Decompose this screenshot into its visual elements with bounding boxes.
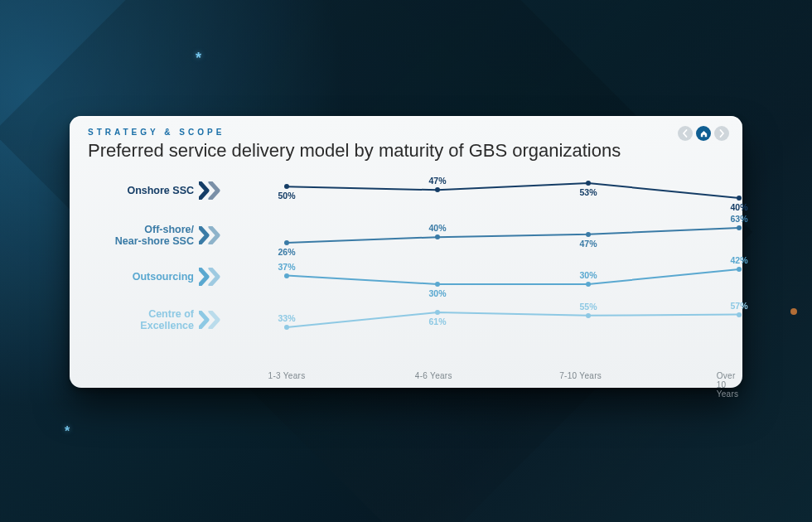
data-point-label: 26% [278, 247, 295, 257]
double-chevron-icon [199, 311, 224, 329]
data-point-label: 53% [579, 187, 597, 197]
data-point-label: 37% [278, 262, 295, 272]
double-chevron-icon [199, 268, 224, 286]
data-point: 50% [284, 184, 289, 189]
data-point-label: 61% [428, 317, 446, 326]
data-point: 40% [737, 196, 742, 201]
x-axis: 1-3 Years4-6 Years7-10 YearsOver 10 Year… [287, 371, 736, 383]
x-tick-label: 7-10 Years [559, 371, 602, 380]
series-line [287, 219, 747, 252]
x-tick-label: Over 10 Years [717, 371, 739, 399]
x-tick-label: 4-6 Years [415, 371, 452, 380]
series-label: Outsourcing [133, 271, 194, 283]
sparkle-icon: * [196, 50, 201, 67]
series-label: Onshore SSC [127, 185, 194, 196]
data-point-label: 63% [730, 214, 747, 224]
series-plot: 37%30%30%42% [287, 260, 736, 293]
series-line [287, 260, 747, 293]
data-point-label: 40% [730, 202, 747, 212]
series-row: Centre of Excellence33%61%55%57% [88, 303, 724, 336]
x-tick-label: 1-3 Years [268, 371, 306, 380]
home-icon [699, 129, 708, 138]
double-chevron-icon [199, 226, 224, 244]
data-point: 30% [435, 282, 440, 287]
chevron-right-icon [718, 129, 726, 138]
slide-card: STRATEGY & SCOPE Preferred service deliv… [70, 116, 742, 388]
data-point: 55% [586, 313, 591, 318]
series-row: Off-shore/ Near-shore SSC26%40%47%63% [88, 219, 724, 252]
series-line [287, 174, 747, 207]
data-point: 63% [737, 225, 742, 230]
data-point-label: 42% [730, 255, 747, 265]
slide-nav [678, 126, 729, 141]
series-row: Onshore SSC50%47%53%40% [88, 174, 724, 207]
data-point: 33% [284, 325, 289, 330]
double-chevron-icon [199, 181, 224, 200]
series-row: Outsourcing37%30%30%42% [88, 260, 724, 293]
sparkle-icon: * [65, 424, 70, 439]
data-point-label: 47% [579, 239, 597, 249]
data-point: 42% [737, 267, 742, 272]
series-label: Centre of Excellence [140, 308, 194, 332]
data-point-label: 30% [428, 288, 446, 298]
data-point: 26% [284, 240, 289, 245]
series-line [287, 303, 747, 336]
data-point-label: 33% [278, 313, 295, 323]
slide-title: Preferred service delivery model by matu… [88, 140, 724, 162]
slide-eyebrow: STRATEGY & SCOPE [88, 128, 724, 137]
data-point: 37% [284, 273, 289, 278]
data-point: 40% [435, 234, 440, 239]
nav-prev-button[interactable] [678, 126, 693, 141]
nav-home-button[interactable] [696, 126, 711, 141]
data-point: 30% [586, 282, 591, 287]
nav-next-button[interactable] [714, 126, 729, 141]
data-point: 47% [435, 187, 440, 192]
series-plot: 33%61%55%57% [287, 303, 736, 336]
data-point: 47% [586, 232, 591, 237]
series-plot: 50%47%53%40% [287, 174, 736, 207]
data-point-label: 55% [579, 302, 597, 312]
data-point: 57% [737, 312, 742, 317]
presentation-stage: * * STRATEGY & SCOPE Preferred service d… [0, 0, 812, 522]
series-plot: 26%40%47%63% [287, 219, 736, 252]
data-point: 53% [586, 181, 591, 186]
data-point-label: 47% [428, 176, 446, 186]
data-point: 61% [435, 310, 440, 315]
series-label: Off-shore/ Near-shore SSC [115, 224, 194, 248]
data-point-label: 30% [579, 270, 597, 280]
data-point-label: 57% [730, 301, 747, 311]
decor-dot [790, 308, 797, 315]
chevron-left-icon [681, 129, 689, 138]
chart-area: Onshore SSC50%47%53%40%Off-shore/ Near-s… [70, 171, 742, 363]
data-point-label: 40% [428, 223, 446, 233]
data-point-label: 50% [278, 191, 295, 201]
